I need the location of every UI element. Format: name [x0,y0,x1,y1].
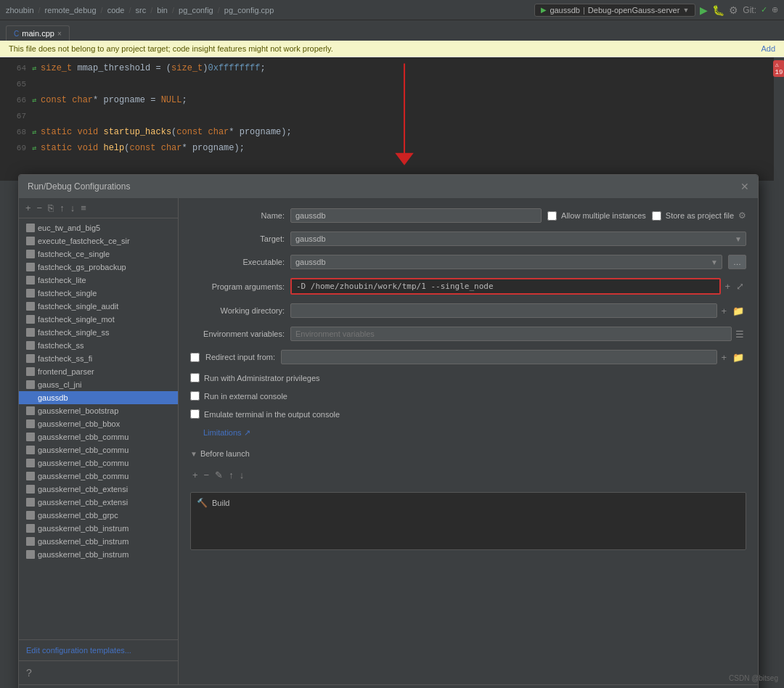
program-args-expand-button[interactable]: + [722,279,732,293]
config-item-cbb-commu4[interactable]: gausskernel_cbb_commu [19,470,178,483]
breadcrumb-zhoubin[interactable]: zhoubin [6,6,34,15]
working-dir-label: Working directory: [190,306,285,315]
breadcrumb-code[interactable]: code [107,6,125,15]
before-launch-section-header: ▼ Before launch [190,449,746,458]
run-config-selector[interactable]: ▶ gaussdb | Debug-openGauss-server ▼ [534,4,695,17]
env-vars-input-group: ☰ [290,327,746,341]
more-run-options[interactable]: ⚙ [729,4,738,16]
redirect-input-field[interactable] [281,350,717,364]
before-launch-add-button[interactable]: + [190,468,200,482]
program-args-input[interactable] [290,278,721,295]
debug-run-button[interactable]: 🐛 [712,4,724,16]
config-item-cbb-instrum3[interactable]: gausskernel_cbb_instrum [19,548,178,561]
executable-select[interactable]: gaussdb [290,255,722,269]
breadcrumb-src[interactable]: src [136,6,147,15]
run-server-name: Debug-openGauss-server [588,6,680,15]
config-item-fastcheck-single[interactable]: fastcheck_single [19,287,178,300]
breadcrumb-remote-debug[interactable]: remote_debug [45,6,97,15]
store-project-gear-icon[interactable]: ⚙ [738,210,746,221]
config-item-fastcheck-fi[interactable]: fastcheck_ss_fi [19,352,178,365]
config-item-cbb-grpc[interactable]: gausskernel_cbb_grpc [19,509,178,522]
store-project-label: Store as project file [666,211,734,220]
config-item-fastcheck-gs[interactable]: fastcheck_gs_probackup [19,261,178,274]
env-vars-label: Environment variables: [190,329,285,338]
help-button[interactable]: ? [19,660,178,684]
add-config-button[interactable]: + [23,201,33,215]
tab-close-icon[interactable]: × [57,30,62,38]
tab-main-cpp[interactable]: C main.cpp × [6,25,70,41]
move-up-button[interactable]: ↑ [57,201,67,215]
breadcrumb-bin[interactable]: bin [157,6,168,15]
config-item-bootstrap[interactable]: gausskernel_bootstrap [19,404,178,417]
config-icon [26,511,35,520]
env-vars-input[interactable] [290,327,732,341]
warning-add-action[interactable]: Add [761,44,775,53]
dialog-close-button[interactable]: ✕ [740,181,749,192]
sort-button[interactable]: ≡ [78,201,89,215]
code-editor[interactable]: 64 ⇄ size_t mmap_threshold = (size_t)0xf… [0,57,784,181]
before-launch-remove-button[interactable]: − [202,468,212,482]
config-item-fastcheck-mot[interactable]: fastcheck_single_mot [19,313,178,326]
before-launch-build-item[interactable]: 🔨 Build [194,496,743,510]
emulate-terminal-checkbox[interactable] [190,409,200,419]
working-dir-browse-button[interactable]: 📁 [730,304,746,318]
git-label: Git: [743,5,756,15]
config-item-cbb-commu3[interactable]: gausskernel_cbb_commu [19,456,178,470]
before-launch-move-down-button[interactable]: ↓ [237,468,247,482]
git-checkmark[interactable]: ✓ [761,5,767,15]
target-label: Target: [190,234,285,243]
config-item-frontend[interactable]: frontend_parser [19,365,178,378]
git-actions[interactable]: ⊕ [772,5,778,15]
name-input[interactable] [290,208,542,223]
before-launch-edit-button[interactable]: ✎ [213,468,225,482]
before-launch-move-up-button[interactable]: ↑ [226,468,236,482]
config-item-euc[interactable]: euc_tw_and_big5 [19,221,178,234]
store-project-row: Store as project file ⚙ [652,210,746,221]
config-item-cbb-instrum[interactable]: gausskernel_cbb_instrum [19,522,178,535]
config-item-fastcheck-lite[interactable]: fastcheck_lite [19,274,178,287]
config-item-cbb-commu[interactable]: gausskernel_cbb_commu [19,430,178,443]
target-select[interactable]: gaussdb [290,232,746,246]
move-down-button[interactable]: ↓ [68,201,78,215]
config-item-gauss-cl[interactable]: gauss_cl_jni [19,378,178,391]
working-dir-add-button[interactable]: + [719,304,729,318]
config-item-cbb-extensi[interactable]: gausskernel_cbb_extensi [19,483,178,496]
config-item-fastcheck-ss[interactable]: fastcheck_single_ss [19,326,178,339]
config-item-fastcheck-audit[interactable]: fastcheck_single_audit [19,300,178,313]
store-project-checkbox[interactable] [652,211,661,221]
copy-config-button[interactable]: ⎘ [46,201,56,215]
config-item-execute[interactable]: execute_fastcheck_ce_sir [19,234,178,247]
config-item-cbb-instrum2[interactable]: gausskernel_cbb_instrum [19,535,178,548]
remove-config-button[interactable]: − [35,201,45,215]
name-row: Name: Allow multiple instances Store as … [190,208,746,223]
target-row: Target: gaussdb ▼ [190,232,746,246]
working-dir-input[interactable] [290,303,717,318]
program-args-row: Program arguments: + ⤢ [190,278,746,295]
redirect-add-button[interactable]: + [719,351,729,364]
redirect-browse-button[interactable]: 📁 [730,351,746,364]
breadcrumb-pg-config[interactable]: pg_config [179,6,213,15]
breadcrumb-pg-config-cpp[interactable]: pg_config.cpp [224,6,274,15]
before-launch-chevron-icon[interactable]: ▼ [190,450,197,458]
program-args-fullscreen-button[interactable]: ⤢ [734,279,746,293]
emulate-terminal-label: Emulate terminal in the output console [204,410,340,419]
config-item-fastcheck-ss2[interactable]: fastcheck_ss [19,339,178,352]
limitations-link[interactable]: Limitations ↗ [203,428,250,437]
redirect-input-checkbox[interactable] [190,353,200,362]
run-admin-label: Run with Administrator privileges [204,374,320,382]
run-external-checkbox[interactable] [190,391,200,401]
executable-browse-button[interactable]: … [728,255,746,269]
config-item-cbb-bbox[interactable]: gausskernel_cbb_bbox [19,417,178,430]
config-item-fastcheck-ce[interactable]: fastcheck_ce_single [19,247,178,261]
config-item-cbb-commu2[interactable]: gausskernel_cbb_commu [19,443,178,456]
run-button[interactable]: ▶ [700,4,708,16]
run-config-bar: ▶ gaussdb | Debug-openGauss-server ▼ ▶ 🐛… [534,4,778,17]
before-launch-list: 🔨 Build [190,492,746,550]
env-vars-edit-button[interactable]: ☰ [733,327,746,341]
config-item-gaussdb[interactable]: gaussdb [19,391,178,404]
allow-multiple-checkbox[interactable] [547,211,557,221]
config-icon [26,302,35,311]
run-admin-checkbox[interactable] [190,373,200,382]
edit-templates-link[interactable]: Edit configuration templates... [19,639,178,660]
config-item-cbb-extensi2[interactable]: gausskernel_cbb_extensi [19,496,178,509]
